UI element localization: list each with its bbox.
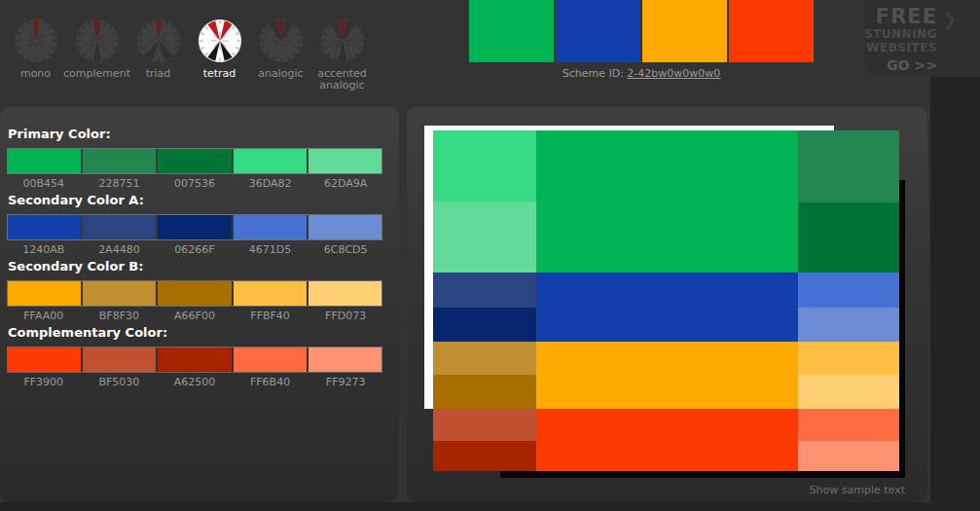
show-sample-text-link[interactable]: Show sample text [810,484,905,496]
palette-section-title: Secondary Color B: [8,259,383,276]
ad-text-free: FREE [864,6,937,27]
palette-swatch-A62500[interactable] [158,347,231,372]
palette-swatch-FF3900[interactable] [8,347,81,372]
wheel-mode-tetrad[interactable]: tetrad [189,18,250,91]
palette-hex-label: 4671D5 [234,243,308,256]
preview-block-FFAA00 [536,342,798,409]
preview-block-06266F [433,308,536,343]
palette-hex-labels: 00B45422875100753636DA8262DA9A [7,177,382,190]
scheme-id-label: Scheme ID: [563,67,624,80]
ad-text-websites: WEBSITES [864,41,937,55]
palette-section-title: Secondary Color A: [8,193,383,210]
palette-swatch-6C8CD5[interactable] [309,215,381,239]
palette-section: Complementary Color:FF3900BF5030A62500FF… [8,325,383,343]
wheel-dial-icon-mono [14,18,58,63]
wheel-mode-analogic[interactable]: analogic [250,18,311,91]
palette-hex-label: 228751 [83,177,157,190]
palette-hex-label: 1240AB [7,243,81,256]
preview-column [433,130,536,471]
palette-swatch-FF9273[interactable] [309,347,381,372]
preview-block-6C8CD5 [798,308,899,342]
palette-swatch-FFAA00[interactable] [8,281,81,306]
palette-swatch-FFBF40[interactable] [234,281,307,306]
palette-hex-label: 007536 [158,177,232,190]
palette-hex-label: 36DA82 [234,177,308,190]
palette-swatch-1240AB[interactable] [8,215,81,239]
palette-hex-label: FF3900 [7,376,81,388]
wheel-dial-icon-triad [136,18,181,63]
palette-swatch-FFD073[interactable] [309,281,381,306]
scheme-id-link[interactable]: 2-42bw0w0w0w0 [627,67,720,80]
palette-swatch-BF8F30[interactable] [83,281,156,306]
ad-go-link[interactable]: GO >> [864,56,937,74]
palette-hex-label: 2A4480 [83,243,157,256]
palette-panel: Primary Color:00B45422875100753636DA8262… [0,107,399,502]
wheel-mode-mono[interactable]: mono [5,18,66,91]
scheme-main-swatch [642,0,727,62]
palette-section-title: Primary Color: [8,127,383,144]
palette-swatch-62DA9A[interactable] [309,149,381,173]
bottom-background-strip [0,502,980,511]
palette-swatch-A66F00[interactable] [158,281,231,306]
palette-swatch-4671D5[interactable] [234,215,307,239]
ad-banner[interactable]: FREE STUNNING WEBSITES GO >> ❯ [864,0,980,77]
palette-hex-label: FFBF40 [234,310,308,322]
palette-section-title: Complementary Color: [8,325,383,343]
palette-hex-label: 6C8CD5 [309,243,382,256]
preview-block-FF9273 [798,441,899,471]
preview-block-36DA82 [433,130,536,201]
preview-panel: Show sample text [407,107,927,502]
palette-hex-label: FFD073 [309,310,382,322]
palette-swatch-BF5030[interactable] [83,347,156,372]
wheel-mode-triad[interactable]: triad [127,18,189,91]
palette-swatch-228751[interactable] [83,149,156,173]
wheel-mode-label: mono [20,68,51,80]
palette-swatch-36DA82[interactable] [234,149,307,173]
palette-hex-labels: FF3900BF5030A62500FF6B40FF9273 [7,376,382,388]
wheel-dial-icon-complement [75,18,120,63]
wheel-mode-label: analogic [258,68,303,80]
preview-block-FFBF40 [798,342,899,375]
preview-block-BF8F30 [433,342,536,375]
wheel-mode-accented-analogic[interactable]: accented analogic [311,18,373,91]
wheel-mode-complement[interactable]: complement [66,18,127,91]
palette-hex-label: BF5030 [83,376,157,388]
palette-hex-label: 00B454 [7,177,81,190]
palette-hex-label: 06266F [158,243,232,256]
palette-hex-label: BF8F30 [83,310,157,322]
palette-swatch-06266F[interactable] [158,215,231,239]
palette-section: Primary Color:00B45422875100753636DA8262… [8,127,383,144]
palette-swatch-2A4480[interactable] [83,215,156,239]
palette-hex-label: A62500 [158,376,232,388]
palette-hex-label: 62DA9A [309,177,382,190]
palette-swatch-bar [7,148,382,174]
preview-block-FF3900 [536,409,798,471]
scheme-main-swatch [729,0,814,62]
palette-hex-label: A66F00 [158,310,232,322]
preview-block-1240AB [536,273,798,342]
palette-hex-labels: 1240AB2A448006266F4671D56C8CD5 [7,243,382,256]
preview-column [798,130,899,471]
preview-block-228751 [798,130,899,202]
palette-section: Secondary Color B:FFAA00BF8F30A66F00FFBF… [8,259,383,276]
scheme-preview-canvas [433,130,899,471]
preview-block-A66F00 [433,375,536,409]
ad-arrow-icon[interactable]: ❯ [943,10,957,29]
wheel-dial-icon-analogic [259,18,304,63]
scheme-id-line: Scheme ID: 2-42bw0w0w0w0 [469,67,814,80]
preview-block-BF5030 [433,409,536,441]
wheel-mode-label: triad [146,68,171,80]
palette-hex-labels: FFAA00BF8F30A66F00FFBF40FFD073 [7,310,382,322]
scheme-mode-selector: monocomplementtriadtetradanalogicaccente… [5,18,373,91]
palette-swatch-bar [7,214,382,240]
palette-swatch-FF6B40[interactable] [234,347,307,372]
palette-swatch-00B454[interactable] [8,149,81,173]
wheel-dial-icon-tetrad [198,18,242,63]
palette-hex-label: FF9273 [309,376,382,388]
palette-hex-label: FFAA00 [7,310,81,322]
palette-swatch-007536[interactable] [158,149,231,173]
scheme-main-swatch [469,0,554,62]
scheme-main-swatch [556,0,640,62]
preview-block-007536 [798,202,899,274]
preview-block-62DA9A [433,201,536,274]
